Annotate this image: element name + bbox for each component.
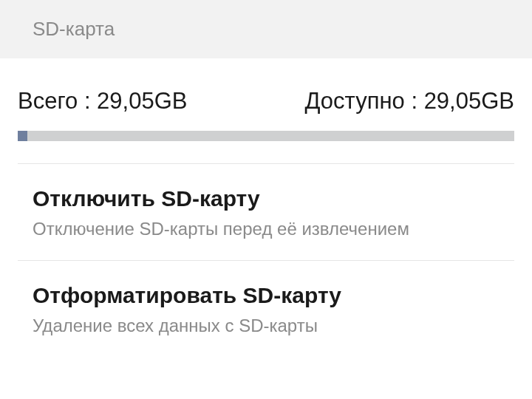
storage-progress-fill xyxy=(18,131,27,141)
storage-available: Доступно : 29,05GB xyxy=(305,88,514,115)
format-sd-item[interactable]: Отформатировать SD-карту Удаление всех д… xyxy=(0,261,532,357)
unmount-sd-title: Отключить SD-карту xyxy=(33,186,532,211)
format-sd-title: Отформатировать SD-карту xyxy=(33,283,532,308)
format-sd-subtitle: Удаление всех данных с SD-карты xyxy=(33,316,532,336)
unmount-sd-subtitle: Отключение SD-карты перед её извлечением xyxy=(33,219,532,239)
storage-progress-bar xyxy=(18,131,514,141)
page-title: SD-карта xyxy=(33,18,532,41)
storage-total: Всего : 29,05GB xyxy=(18,88,188,115)
unmount-sd-item[interactable]: Отключить SD-карту Отключение SD-карты п… xyxy=(0,164,532,260)
header: SD-карта xyxy=(0,0,532,58)
storage-info: Всего : 29,05GB Доступно : 29,05GB xyxy=(0,58,532,141)
storage-row: Всего : 29,05GB Доступно : 29,05GB xyxy=(18,88,514,115)
